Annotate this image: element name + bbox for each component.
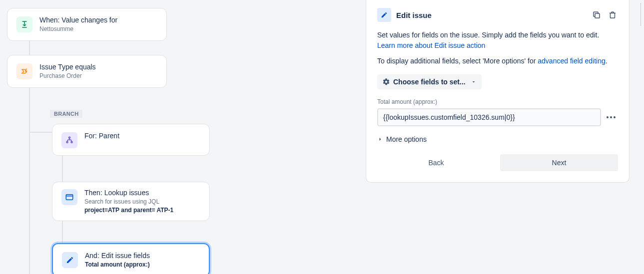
- svg-rect-4: [595, 13, 600, 18]
- lookup-sub2: project=ATP and parent= ATP-1: [84, 207, 173, 215]
- pencil-icon: [377, 8, 391, 22]
- edit-issue-title: And: Edit issue fields: [85, 251, 150, 260]
- duplicate-icon[interactable]: [591, 9, 602, 20]
- trigger-card[interactable]: When: Value changes for Nettosumme: [7, 8, 167, 41]
- more-options-label: More options: [386, 135, 427, 143]
- pencil-icon: [62, 252, 78, 268]
- edit-issue-sub: Total amount (approx:): [85, 261, 150, 269]
- advanced-editing-link[interactable]: advanced field editing: [538, 57, 605, 65]
- connector: [29, 88, 207, 99]
- automation-flow: When: Value changes for Nettosumme Issue…: [7, 8, 207, 274]
- connector: [29, 41, 207, 55]
- gear-icon: [382, 78, 390, 86]
- learn-more-link[interactable]: Learn more about Edit issue action: [377, 41, 485, 49]
- panel-desc2b: .: [606, 57, 608, 65]
- svg-point-7: [614, 116, 616, 118]
- trigger-title: When: Value changes for: [39, 15, 117, 24]
- svg-point-0: [69, 137, 70, 138]
- branch-for-card[interactable]: For: Parent: [52, 124, 210, 156]
- scrollbar-stub: [641, 3, 641, 26]
- total-amount-input[interactable]: [377, 108, 601, 126]
- branch-container: BRANCH For: Parent Then: Lookup issues S…: [29, 99, 207, 274]
- panel-title: Edit issue: [396, 11, 586, 19]
- lookup-card[interactable]: Then: Lookup issues Search for issues us…: [52, 182, 210, 221]
- branch-for-title: For: Parent: [84, 131, 119, 140]
- panel-desc-text: Set values for fields on the issue. Simp…: [377, 31, 599, 39]
- trash-icon[interactable]: [607, 9, 618, 20]
- lookup-sub1: Search for issues using JQL: [84, 198, 173, 206]
- branch-icon: [61, 132, 77, 148]
- trigger-icon: [16, 16, 32, 32]
- chevron-down-icon: [471, 79, 477, 85]
- svg-rect-3: [66, 194, 73, 200]
- panel-description: Set values for fields on the issue. Simp…: [377, 30, 618, 51]
- field-more-icon[interactable]: [604, 110, 618, 124]
- more-options-toggle[interactable]: More options: [377, 135, 618, 143]
- lookup-title: Then: Lookup issues: [84, 188, 173, 197]
- condition-card[interactable]: Issue Type equals Purchase Order: [7, 55, 167, 88]
- edit-issue-panel: Edit issue Set values for fields on the …: [366, 0, 630, 183]
- condition-sub: Purchase Order: [39, 72, 96, 80]
- next-button[interactable]: Next: [500, 154, 618, 171]
- field-label: Total amount (approx:): [377, 98, 618, 105]
- panel-desc2a: To display additional fields, select 'Mo…: [377, 57, 538, 65]
- choose-fields-label: Choose fields to set...: [393, 78, 466, 86]
- trigger-sub: Nettosumme: [39, 25, 117, 33]
- svg-point-2: [71, 141, 72, 143]
- condition-icon: [16, 63, 32, 79]
- connector: [62, 221, 207, 243]
- svg-point-1: [66, 141, 68, 143]
- svg-point-5: [607, 116, 609, 118]
- condition-title: Issue Type equals: [39, 62, 96, 71]
- panel-description-2: To display additional fields, select 'Mo…: [377, 56, 618, 66]
- back-button[interactable]: Back: [377, 154, 495, 171]
- branch-label: BRANCH: [50, 110, 82, 118]
- choose-fields-button[interactable]: Choose fields to set...: [377, 74, 482, 89]
- lookup-icon: [61, 189, 77, 205]
- svg-point-6: [610, 116, 612, 118]
- edit-issue-card[interactable]: And: Edit issue fields Total amount (app…: [52, 243, 210, 274]
- connector: [62, 156, 207, 182]
- chevron-right-icon: [377, 136, 383, 142]
